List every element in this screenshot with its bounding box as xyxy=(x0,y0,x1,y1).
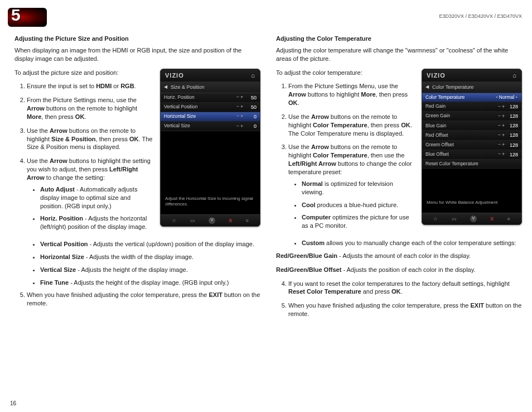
osd2-row-green-gain: Green Gain−+128 xyxy=(422,112,521,121)
osd-size-position: VIZIO ⌂ ◀ Size & Position Horiz. Positio… xyxy=(160,69,260,227)
left-bullets-top: Auto Adjust - Automatically adjusts disp… xyxy=(27,185,154,231)
right-bullet-normal: Normal is optimized for television viewi… xyxy=(302,180,416,197)
osd2-row-greem-offset: Greem Offset−+128 xyxy=(422,141,521,150)
left-column: Adjusting the Picture Size and Position … xyxy=(14,35,260,324)
left-bullet-auto-adjust: Auto Adjust - Automatically adjusts disp… xyxy=(40,185,154,210)
v-button-icon: V xyxy=(470,215,477,222)
osd1-help: Adjust the Horizontal Size to incoming s… xyxy=(161,193,260,214)
osd2-brand-bar: VIZIO ⌂ xyxy=(422,69,521,83)
right-bullet-cool: Cool produces a blue-hued picture. xyxy=(302,201,416,209)
osd1-title: Size & Position xyxy=(171,84,205,90)
left-steps: Ensure the input is set to HDMI or RGB. … xyxy=(14,82,154,231)
menu-icon: ≡ xyxy=(246,217,249,224)
plus-icon: + xyxy=(240,123,243,130)
osd1-row-horizontal-size: Horizontal Size −+0 xyxy=(161,112,260,122)
star-icon: ☆ xyxy=(433,215,438,222)
plus-icon: + xyxy=(240,113,243,119)
back-arrow-icon: ◀ xyxy=(425,84,429,90)
right-step-5: When you have finished adjusting the col… xyxy=(288,301,522,318)
osd2-help: Menu for White Balance Adjustment xyxy=(422,197,521,212)
left-step-2: From the Picture Settings menu, use the … xyxy=(27,96,154,121)
right-lead: To adjust the color temperature: xyxy=(276,69,416,77)
close-icon: X xyxy=(229,217,232,224)
osd1-footer: ☆ ▭ V X ≡ xyxy=(161,214,260,226)
osd2-title: Color Temperature xyxy=(432,84,473,90)
osd2-brand: VIZIO xyxy=(427,71,446,80)
plus-icon: + xyxy=(240,94,243,100)
plus-icon: + xyxy=(240,104,243,110)
home-icon: ⌂ xyxy=(251,71,255,80)
right-step-1: From the Picture Settings Menu, use the … xyxy=(288,82,416,107)
model-numbers: E3D320VX / E3D420VX / E3D470VX xyxy=(439,13,522,19)
back-arrow-icon: ◀ xyxy=(164,84,167,90)
left-lead: To adjust the picture size and position: xyxy=(14,69,154,77)
osd-color-temperature: VIZIO ⌂ ◀ Color Temperature Color Temper… xyxy=(422,69,522,225)
osd2-footer: ☆ ▭ V X ≡ xyxy=(422,213,521,224)
osd1-brand-bar: VIZIO ⌂ xyxy=(161,69,260,83)
right-steps: From the Picture Settings Menu, use the … xyxy=(276,82,416,230)
osd2-blank xyxy=(422,169,521,197)
page-header: 5 E3D320VX / E3D420VX / E3D470VX xyxy=(0,0,532,28)
osd1-blank xyxy=(161,131,260,193)
minus-icon: − xyxy=(236,113,239,119)
right-step-4: If you want to reset the color temperatu… xyxy=(288,280,522,296)
left-bullets-rest: Vertical Position - Adjusts the vertical… xyxy=(14,240,260,286)
right-column: Adjusting the Color Temperature Adjustin… xyxy=(276,35,522,324)
right-heading: Adjusting the Color Temperature xyxy=(276,35,522,43)
right-sub-offset: Red/Green/Blue Offset - Adjusts the posi… xyxy=(276,266,522,274)
minus-icon: − xyxy=(236,123,239,130)
osd1-brand: VIZIO xyxy=(165,71,184,80)
left-bullet-horizontal-size: Horizontal Size - Adjusts the width of t… xyxy=(40,253,260,261)
right-step-2: Use the Arrow buttons on the remote to h… xyxy=(288,113,416,138)
right-step-3: Use the Arrow buttons on the remote to h… xyxy=(288,143,416,230)
right-bullet-computer: Computer optimizes the picture for use a… xyxy=(302,213,416,230)
osd2-row-blue-gain: Blue Gain−+128 xyxy=(422,121,521,131)
minus-icon: − xyxy=(236,104,239,110)
left-step-3: Use the Arrow buttons on the remote to h… xyxy=(27,127,154,152)
osd2-title-row: ◀ Color Temperature xyxy=(422,82,521,93)
picture-icon: ▭ xyxy=(452,215,457,222)
picture-icon: ▭ xyxy=(190,217,195,224)
osd2-row-reset: Reset Color Temperature xyxy=(422,160,521,169)
page-number: 16 xyxy=(10,400,16,406)
left-bullet-vertical-position: Vertical Position - Adjusts the vertical… xyxy=(40,240,260,248)
left-step-5: When you have finished adjusting the col… xyxy=(27,291,260,308)
v-button-icon: V xyxy=(209,217,215,224)
left-intro: When displaying an image from the HDMI o… xyxy=(14,46,260,63)
right-arrow-icon: ▸ xyxy=(515,94,518,100)
chapter-number: 5 xyxy=(11,6,21,25)
right-bullets-top: Normal is optimized for television viewi… xyxy=(288,180,416,230)
left-bullet-fine-tune: Fine Tune - Adjusts the height of the di… xyxy=(40,279,260,287)
right-bullets-rest: Custom allows you to manually change eac… xyxy=(276,239,522,247)
osd2-row-red-gain: Red Gain−+128 xyxy=(422,102,521,112)
left-steps-cont: When you have finished adjusting the col… xyxy=(14,291,260,308)
osd1-row-vertical-position: Vertical Position −+50 xyxy=(161,103,260,112)
right-bullet-custom: Custom allows you to manually change eac… xyxy=(302,239,522,247)
right-sub-gain: Red/Green/Blue Gain - Adjusts the amount… xyxy=(276,252,522,260)
osd2-row-blue-offset: Blue Offset−+128 xyxy=(422,150,521,160)
left-bullet-horiz-position: Horiz. Position - Adjusts the horizontal… xyxy=(40,214,154,231)
osd1-title-row: ◀ Size & Position xyxy=(161,82,260,93)
right-intro: Adjusting the color temperature will cha… xyxy=(276,46,522,63)
right-steps-cont: If you want to reset the color temperatu… xyxy=(276,280,522,318)
osd1-row-vertical-size: Vertical Size −+0 xyxy=(161,122,260,131)
left-step-1: Ensure the input is set to HDMI or RGB. xyxy=(27,82,154,90)
star-icon: ☆ xyxy=(172,217,176,224)
left-heading: Adjusting the Picture Size and Position xyxy=(14,35,260,43)
osd1-row-horiz-position: Horiz. Position −+50 xyxy=(161,93,260,103)
menu-icon: ≡ xyxy=(507,215,510,222)
close-icon: X xyxy=(490,215,494,222)
minus-icon: − xyxy=(236,94,239,100)
osd2-row-red-offset: Red Offset−+128 xyxy=(422,131,521,140)
home-icon: ⌂ xyxy=(512,71,517,80)
osd2-row-color-temperature: Color Temperature ◂Normal▸ xyxy=(422,93,521,102)
chapter-badge: 5 xyxy=(8,8,47,27)
left-step-4: Use the Arrow buttons to highlight the s… xyxy=(27,157,154,231)
left-bullet-vertical-size: Vertical Size - Adjusts the height of th… xyxy=(40,266,260,274)
left-arrow-icon: ◂ xyxy=(495,94,498,100)
